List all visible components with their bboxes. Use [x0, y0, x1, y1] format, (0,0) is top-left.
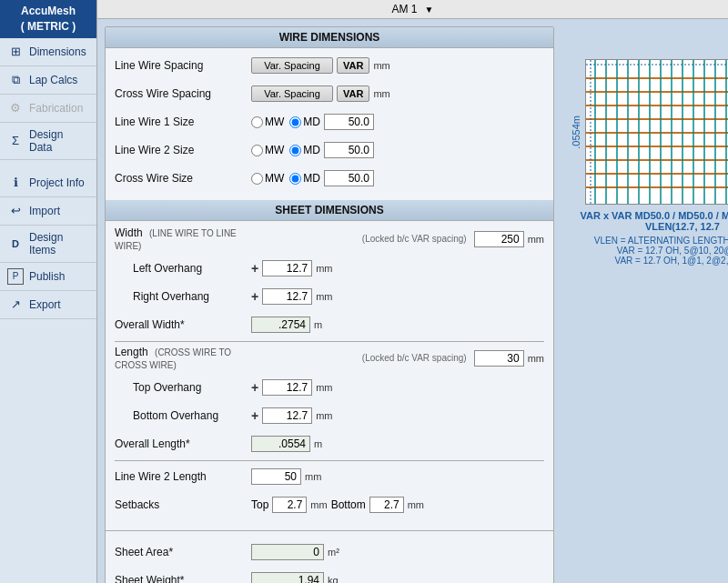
diagram-desc: VLEN = ALTERNATING LENGTH 50 & 55.4 VAR … — [594, 236, 728, 266]
sidebar-item-design-items[interactable]: D Design Items — [0, 226, 96, 263]
setbacks-top-input[interactable] — [272, 497, 307, 513]
length-label: Length (CROSS WIRE TO CROSS WIRE) — [115, 346, 251, 371]
diagram-desc-line2: VAR = 12.7 OH, 5@10, 20@5, 1 — [594, 246, 728, 256]
line-wire-2-mw-label[interactable]: MW — [251, 144, 284, 156]
bottom-overhang-input[interactable] — [262, 407, 312, 424]
line-wire-spacing-unit: mm — [373, 60, 389, 71]
info-icon: ℹ — [7, 175, 24, 191]
cross-wire-mw-label[interactable]: MW — [251, 172, 284, 185]
line-wire-1-mw-radio[interactable] — [251, 116, 263, 128]
line-wire-2-length-input[interactable] — [251, 468, 301, 485]
left-overhang-plus: + — [251, 261, 258, 276]
top-overhang-row: Top Overhang + mm — [115, 376, 544, 399]
overall-width-unit: m — [314, 319, 322, 330]
diagram-title-line2: VLEN(12.7, 12.7 — [580, 221, 728, 232]
sidebar-item-design-data[interactable]: Σ Design Data — [0, 123, 96, 160]
sheet-area-row: Sheet Area* m² — [115, 540, 544, 564]
cross-wire-spacing-btn[interactable]: Var. Spacing — [251, 85, 333, 102]
diagram-row: .0554m — [571, 59, 728, 205]
publish-icon: P — [7, 268, 24, 285]
line-wire-2-size-controls: MW MD 50.0 — [251, 142, 544, 158]
tab-dropdown-icon: ▼ — [425, 5, 434, 15]
app-header: AccuMesh ( METRIC ) — [0, 0, 96, 38]
sidebar-label-design-items: Design Items — [29, 231, 89, 256]
cross-wire-var-btn[interactable]: VAR — [337, 85, 369, 102]
sidebar-item-import[interactable]: ↩ Import — [0, 197, 96, 226]
line-wire-var-btn[interactable]: VAR — [337, 57, 369, 74]
sheet-area-input — [251, 544, 324, 560]
line-wire-2-md-label[interactable]: MD — [289, 144, 320, 156]
line-wire-1-radio-group: MW MD — [251, 116, 320, 128]
left-overhang-label: Left Overhang — [115, 262, 251, 275]
sheet-area-controls: m² — [251, 544, 544, 560]
sidebar-item-lap-calcs[interactable]: ⧉ Lap Calcs — [0, 66, 96, 95]
width-input[interactable] — [474, 231, 524, 247]
top-tab-bar: AM 1 ▼ — [97, 0, 728, 19]
line-wire-2-mw-radio[interactable] — [251, 145, 263, 156]
wire-dimensions-body: Line Wire Spacing Var. Spacing VAR mm Cr… — [106, 48, 553, 200]
line-wire-1-mw-label[interactable]: MW — [251, 116, 284, 128]
sidebar: AccuMesh ( METRIC ) ⊞ Dimensions ⧉ Lap C… — [0, 0, 97, 583]
sheet-weight-row: Sheet Weight* kg — [115, 568, 544, 583]
cross-wire-mw-radio[interactable] — [251, 173, 263, 185]
sidebar-item-export[interactable]: ↗ Export — [0, 291, 96, 319]
line-wire-2-md-radio[interactable] — [289, 145, 301, 156]
grid-icon: ⊞ — [7, 44, 24, 60]
left-overhang-unit: mm — [316, 263, 332, 274]
cross-wire-size-controls: MW MD 50.0 — [251, 170, 544, 186]
width-row: Width (LINE WIRE TO LINE WIRE) (Locked b… — [115, 226, 544, 252]
top-overhang-label: Top Overhang — [115, 381, 251, 394]
line-wire-1-size-input[interactable]: 50.0 — [324, 114, 374, 130]
bottom-overhang-plus: + — [251, 408, 258, 423]
sheet-metrics-body: Sheet Area* m² Sheet Weight* kg — [106, 535, 553, 583]
overall-width-label: Overall Width* — [115, 318, 251, 331]
sidebar-item-fabrication: ⚙ Fabrication — [0, 95, 96, 123]
setbacks-row: Setbacks Top mm Bottom mm — [115, 493, 544, 517]
sidebar-label-publish: Publish — [29, 270, 65, 283]
left-overhang-row: Left Overhang + mm — [115, 256, 544, 280]
top-overhang-plus: + — [251, 380, 258, 395]
cross-wire-md-label[interactable]: MD — [289, 172, 320, 185]
setbacks-bottom-input[interactable] — [369, 497, 404, 513]
overall-width-controls: m — [251, 317, 544, 333]
cross-wire-spacing-unit: mm — [373, 88, 389, 99]
right-overhang-controls: + mm — [251, 288, 544, 305]
left-overhang-input[interactable] — [262, 260, 312, 276]
diagram-dim-top: .2754m — [571, 46, 728, 57]
divider-3 — [106, 530, 553, 531]
line-wire-2-size-input[interactable]: 50.0 — [324, 142, 374, 158]
sheet-area-unit: m² — [328, 547, 339, 558]
length-unit: mm — [528, 353, 544, 364]
top-overhang-input[interactable] — [262, 379, 312, 396]
cross-wire-md-radio[interactable] — [289, 173, 301, 185]
length-input[interactable] — [474, 350, 524, 367]
right-overhang-input[interactable] — [262, 288, 312, 305]
sidebar-item-dimensions[interactable]: ⊞ Dimensions — [0, 38, 96, 66]
line-wire-2-length-label: Line Wire 2 Length — [115, 470, 251, 483]
top-overhang-unit: mm — [316, 382, 332, 393]
line-wire-1-size-controls: MW MD 50.0 — [251, 114, 544, 130]
sidebar-item-publish[interactable]: P Publish — [0, 263, 96, 291]
wire-mesh-diagram — [585, 59, 728, 205]
cross-wire-size-input[interactable]: 50.0 — [324, 170, 374, 186]
line-wire-spacing-row: Line Wire Spacing Var. Spacing VAR mm — [115, 54, 544, 77]
design-items-icon: D — [7, 236, 24, 252]
wire-dimensions-header: WIRE DIMENSIONS — [106, 27, 553, 48]
overall-length-row: Overall Length* m — [115, 432, 544, 456]
sheet-dimensions-header: SHEET DIMENSIONS — [106, 200, 553, 221]
sidebar-item-project-info[interactable]: ℹ Project Info — [0, 169, 96, 197]
sidebar-label-import: Import — [29, 205, 60, 217]
bottom-overhang-label: Bottom Overhang — [115, 409, 251, 422]
sidebar-label-design-data: Design Data — [29, 128, 89, 154]
line-wire-1-md-label[interactable]: MD — [289, 116, 320, 128]
line-wire-spacing-btn[interactable]: Var. Spacing — [251, 57, 333, 74]
line-wire-2-size-row: Line Wire 2 Size MW MD — [115, 138, 544, 162]
line-wire-1-md-radio[interactable] — [289, 116, 301, 128]
line-wire-1-size-label: Line Wire 1 Size — [115, 116, 251, 128]
line-wire-1-size-row: Line Wire 1 Size MW MD — [115, 110, 544, 134]
diagram-dim-left-wrapper: .0554m — [571, 59, 581, 205]
width-label: Width (LINE WIRE TO LINE WIRE) — [115, 226, 251, 252]
lap-icon: ⧉ — [7, 72, 24, 88]
fabrication-icon: ⚙ — [7, 100, 24, 116]
width-locked-note: (Locked b/c VAR spacing) — [251, 234, 470, 245]
